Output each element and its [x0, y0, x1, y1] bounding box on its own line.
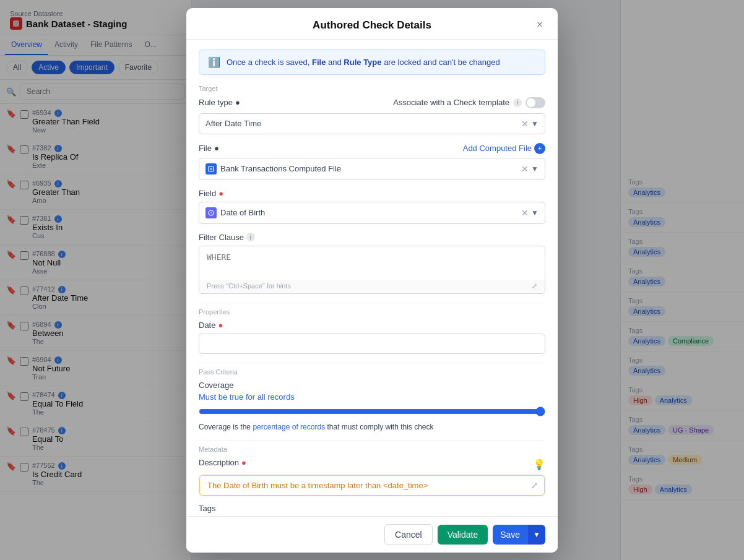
cancel-button[interactable]: Cancel: [384, 524, 433, 545]
description-row: Description ● 💡: [199, 458, 545, 471]
filter-clause-info-icon[interactable]: i: [246, 233, 255, 241]
save-button-group: Save ▼: [493, 525, 545, 545]
pass-criteria-section-label: Pass Criteria: [199, 363, 545, 376]
date-field: Date ●: [199, 321, 545, 354]
filter-hint: Press "Ctrl+Space" for hints ⤢: [199, 280, 545, 293]
field-value: Date of Birth: [220, 208, 521, 217]
file-dropdown-icon[interactable]: ▼: [531, 165, 539, 173]
filter-clause-input[interactable]: [199, 246, 545, 277]
target-section-label: Target: [199, 85, 545, 92]
file-select[interactable]: Bank Transactions Computed File ✕ ▼: [199, 158, 545, 180]
file-icon: [205, 163, 217, 174]
field-field: Field ● Date of Birth ✕ ▼: [199, 189, 545, 224]
lightbulb-icon[interactable]: 💡: [533, 459, 545, 470]
validate-button[interactable]: Validate: [438, 525, 488, 545]
add-computed-icon: +: [534, 143, 545, 154]
metadata-section-label: Metadata: [199, 440, 545, 453]
file-value: Bank Transactions Computed File: [220, 164, 521, 173]
clear-field-icon[interactable]: ✕: [521, 208, 529, 218]
expand-filter-icon[interactable]: ⤢: [532, 282, 537, 290]
file-row: File ● Add Computed File +: [199, 143, 545, 154]
slider-container: [199, 407, 545, 419]
rule-type-value: After Date Time: [205, 119, 521, 128]
filter-clause-label: Filter Clause i: [199, 233, 545, 242]
expand-desc-icon[interactable]: ⤢: [531, 481, 538, 490]
description-label: Description ●: [199, 458, 246, 467]
modal-close-button[interactable]: ×: [532, 17, 548, 33]
desc-textarea-container: The Date of Birth must be a timestamp la…: [199, 475, 545, 496]
modal-header: Authored Check Details ×: [186, 8, 558, 40]
coverage-slider[interactable]: [199, 407, 545, 416]
field-icon: [205, 207, 217, 218]
rule-type-row: Rule type ● Associate with a Check templ…: [199, 97, 545, 108]
save-dropdown-button[interactable]: ▼: [527, 525, 545, 545]
rule-type-field: After Date Time ✕ ▼: [199, 113, 545, 134]
associate-info-icon[interactable]: i: [513, 98, 522, 107]
modal-footer: Cancel Validate Save ▼: [186, 516, 558, 553]
clear-file-icon[interactable]: ✕: [521, 164, 529, 174]
coverage-label: Coverage: [199, 381, 545, 390]
required-indicator: ●: [218, 321, 223, 330]
filter-textarea-container: Press "Ctrl+Space" for hints ⤢: [199, 246, 545, 294]
required-indicator: ●: [214, 144, 219, 153]
field-dropdown-icon[interactable]: ▼: [531, 209, 539, 217]
file-label: File ●: [199, 144, 219, 153]
rule-type-select[interactable]: After Date Time ✕ ▼: [199, 113, 545, 134]
modal-body: ℹ️ Once a check is saved, File and Rule …: [186, 40, 558, 516]
field-select[interactable]: Date of Birth ✕ ▼: [199, 202, 545, 224]
modal-title: Authored Check Details: [313, 19, 431, 32]
add-computed-file-button[interactable]: Add Computed File +: [463, 143, 545, 154]
file-field: Bank Transactions Computed File ✕ ▼: [199, 158, 545, 180]
date-label: Date ●: [199, 321, 545, 330]
tags-field: Tags ▼: [199, 504, 545, 516]
coverage-true-text: Must be true for all records: [199, 392, 545, 402]
info-circle-icon: ℹ️: [208, 56, 220, 68]
save-button[interactable]: Save: [493, 525, 527, 545]
clear-rule-type-icon[interactable]: ✕: [521, 119, 529, 129]
field-label: Field ●: [199, 189, 545, 198]
required-indicator: ●: [218, 189, 223, 198]
description-value: The Date of Birth must be a timestamp la…: [207, 481, 531, 490]
info-banner: ℹ️ Once a check is saved, File and Rule …: [199, 50, 545, 75]
background-page: Source Datastore Bank Dataset - Staging …: [0, 0, 744, 560]
rule-type-label: Rule type ●: [199, 98, 240, 107]
required-indicator: ●: [235, 98, 240, 107]
associate-toggle[interactable]: [526, 97, 545, 108]
associate-label: Associate with a Check template i: [393, 97, 545, 108]
rule-type-dropdown-icon[interactable]: ▼: [531, 119, 539, 128]
metadata-section: Description ● 💡 The Date of Birth must b…: [199, 458, 545, 516]
filter-clause-field: Filter Clause i Press "Ctrl+Space" for h…: [199, 233, 545, 294]
modal-dialog: Authored Check Details × ℹ️ Once a check…: [186, 8, 558, 553]
info-banner-text: Once a check is saved, File and Rule Typ…: [227, 58, 500, 67]
tags-label: Tags: [199, 504, 545, 513]
required-indicator: ●: [241, 458, 246, 467]
svg-point-6: [211, 213, 212, 214]
date-input[interactable]: [199, 334, 545, 354]
properties-section-label: Properties: [199, 303, 545, 316]
svg-rect-1: [209, 166, 214, 171]
coverage-desc: Coverage is the percentage of records th…: [199, 423, 545, 431]
pass-criteria-section: Coverage Must be true for all records Co…: [199, 381, 545, 431]
